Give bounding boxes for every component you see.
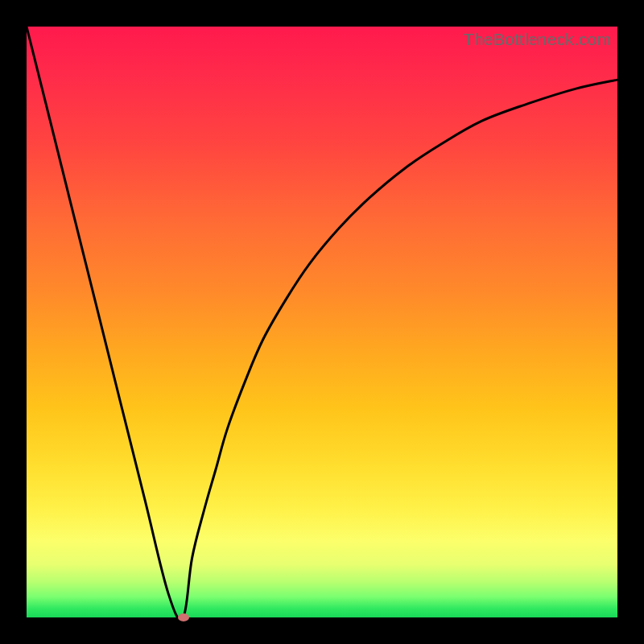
curve-path — [27, 27, 617, 620]
minimum-marker — [178, 613, 189, 621]
plot-area: TheBottleneck.com — [27, 27, 617, 617]
bottleneck-curve — [27, 27, 617, 617]
chart-frame: TheBottleneck.com — [0, 0, 644, 644]
